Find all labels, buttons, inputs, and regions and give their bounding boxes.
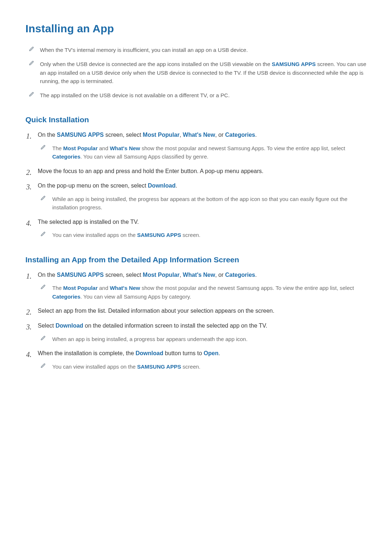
step-list: On the SAMSUNG APPS screen, select Most … xyxy=(25,131,367,239)
text-segment: screen, select xyxy=(104,272,143,278)
step-item: The selected app is installed on the TV.… xyxy=(26,218,367,239)
note-text: While an app is being installed, the pro… xyxy=(52,195,367,212)
text-segment: Download xyxy=(56,323,83,329)
text-segment: SAMSUNG APPS xyxy=(137,232,181,238)
text-segment: button turns to xyxy=(163,350,204,356)
text-segment: and xyxy=(98,145,110,151)
text-segment: show the most popular and the newest Sam… xyxy=(140,285,355,291)
text-segment: screen. xyxy=(181,232,200,238)
note-item: Only when the USB device is connected ar… xyxy=(29,60,367,85)
pencil-icon xyxy=(41,231,47,237)
step-text: On the SAMSUNG APPS screen, select Most … xyxy=(38,271,367,280)
text-segment: SAMSUNG APPS xyxy=(272,61,316,67)
section-heading: Installing an App from the Detailed App … xyxy=(25,255,367,264)
text-segment: SAMSUNG APPS xyxy=(57,272,103,278)
section-heading: Quick Installation xyxy=(25,115,367,124)
text-segment: Select an app from the list. Detailed in… xyxy=(38,308,274,314)
text-segment: Categories xyxy=(52,294,81,300)
text-segment: Select xyxy=(38,323,56,329)
note-item: The Most Popular and What's New show the… xyxy=(41,284,367,301)
note-text: The Most Popular and What's New show the… xyxy=(52,284,367,301)
text-segment: While an app is being installed, the pro… xyxy=(52,196,349,210)
text-segment: Categories xyxy=(225,132,255,138)
text-segment: On the xyxy=(38,132,57,138)
pencil-icon xyxy=(41,145,47,150)
note-item: While an app is being installed, the pro… xyxy=(41,195,367,212)
text-segment: What's New xyxy=(110,145,140,151)
text-segment: screen. xyxy=(181,364,200,370)
step-item: When the installation is complete, the D… xyxy=(26,349,367,371)
note-text: When an app is being installed, a progre… xyxy=(52,335,248,343)
text-segment: Categories xyxy=(52,153,81,160)
text-segment: The xyxy=(52,285,63,291)
text-segment: . xyxy=(255,272,257,278)
pencil-icon xyxy=(41,196,47,201)
text-segment: . xyxy=(176,182,177,189)
pencil-icon xyxy=(41,336,47,341)
text-segment: What's New xyxy=(183,272,215,278)
text-segment: Most Popular xyxy=(143,132,179,138)
step-item: On the SAMSUNG APPS screen, select Most … xyxy=(26,271,367,301)
text-segment: Open xyxy=(204,350,219,356)
step-list: On the SAMSUNG APPS screen, select Most … xyxy=(25,271,367,371)
note-text: The app installed on the USB device is n… xyxy=(40,91,230,99)
text-segment: The xyxy=(52,145,63,151)
pencil-icon xyxy=(41,284,47,290)
text-segment: Most Popular xyxy=(143,272,179,278)
text-segment: screen, select xyxy=(104,132,143,138)
text-segment: The selected app is installed on the TV. xyxy=(38,219,139,225)
text-segment: . You can view all Samsung Apps by categ… xyxy=(81,294,191,300)
text-segment: What's New xyxy=(183,132,215,138)
note-text: Only when the USB device is connected ar… xyxy=(40,60,367,85)
note-item: When the TV's internal memory is insuffi… xyxy=(29,46,367,54)
text-segment: On the pop-up menu on the screen, select xyxy=(38,182,148,189)
pencil-icon xyxy=(29,92,36,97)
step-text: On the SAMSUNG APPS screen, select Most … xyxy=(38,131,367,140)
text-segment: on the detailed information screen to in… xyxy=(83,323,267,329)
step-text: Move the focus to an app and press and h… xyxy=(38,167,367,176)
text-segment: SAMSUNG APPS xyxy=(137,364,181,370)
text-segment: Download xyxy=(148,182,175,189)
text-segment: and xyxy=(98,285,110,291)
note-item: The Most Popular and What's New show the… xyxy=(41,144,367,161)
step-text: The selected app is installed on the TV. xyxy=(38,218,367,227)
text-segment: , xyxy=(180,132,183,138)
step-text: When the installation is complete, the D… xyxy=(38,349,367,358)
pencil-icon xyxy=(41,363,47,368)
text-segment: The app installed on the USB device is n… xyxy=(40,92,230,98)
text-segment: Most Popular xyxy=(63,145,98,151)
note-text: You can view installed apps on the SAMSU… xyxy=(52,362,200,371)
text-segment: When the installation is complete, the xyxy=(38,350,135,356)
note-text: You can view installed apps on the SAMSU… xyxy=(52,231,200,239)
step-text: Select Download on the detailed informat… xyxy=(38,321,367,331)
text-segment: , or xyxy=(215,132,225,138)
text-segment: Most Popular xyxy=(63,285,98,291)
note-item: You can view installed apps on the SAMSU… xyxy=(41,231,367,239)
step-item: Select an app from the list. Detailed in… xyxy=(26,307,367,316)
text-segment: You can view installed apps on the xyxy=(52,232,137,238)
step-item: On the pop-up menu on the screen, select… xyxy=(26,181,367,212)
text-segment: , xyxy=(180,272,183,278)
intro-notes: When the TV's internal memory is insuffi… xyxy=(25,46,367,99)
text-segment: Categories xyxy=(225,272,255,278)
text-segment: , or xyxy=(215,272,225,278)
step-text: Select an app from the list. Detailed in… xyxy=(38,307,367,316)
text-segment: On the xyxy=(38,272,57,278)
text-segment: What's New xyxy=(110,285,140,291)
text-segment: show the most popular and newest Samsung… xyxy=(140,145,347,151)
text-segment: Download xyxy=(135,350,163,356)
step-text: On the pop-up menu on the screen, select… xyxy=(38,181,367,190)
text-segment: SAMSUNG APPS xyxy=(57,132,103,138)
text-segment: You can view installed apps on the xyxy=(52,364,137,370)
pencil-icon xyxy=(29,46,36,52)
note-text: The Most Popular and What's New show the… xyxy=(52,144,367,161)
pencil-icon xyxy=(29,61,36,66)
step-item: Select Download on the detailed informat… xyxy=(26,321,367,343)
text-segment: When the TV's internal memory is insuffi… xyxy=(40,47,248,53)
text-segment: Move the focus to an app and press and h… xyxy=(38,168,264,174)
note-text: When the TV's internal memory is insuffi… xyxy=(40,46,248,54)
sections-container: Quick InstallationOn the SAMSUNG APPS sc… xyxy=(25,115,367,371)
text-segment: Only when the USB device is connected ar… xyxy=(40,61,272,67)
text-segment: . xyxy=(219,350,220,356)
text-segment: . xyxy=(255,132,257,138)
